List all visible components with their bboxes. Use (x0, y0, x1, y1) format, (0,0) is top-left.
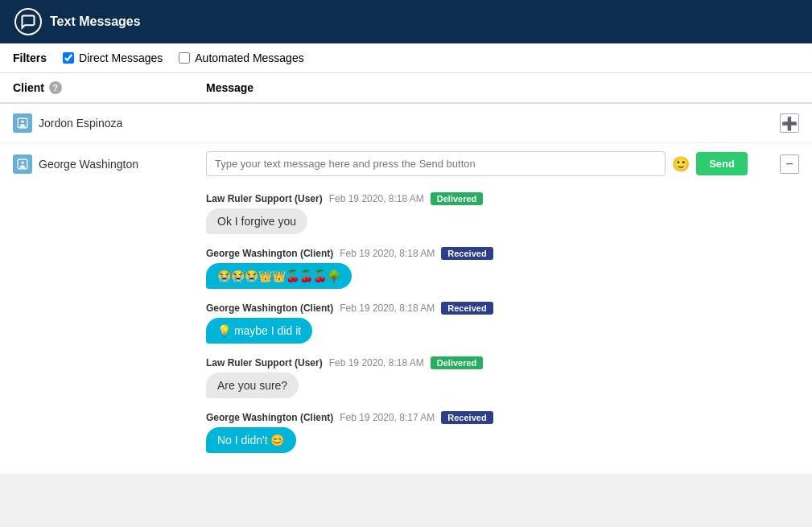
expand-btn-jordon-espinoza[interactable]: ➕ (780, 113, 799, 133)
message-timestamp-1-1: Feb 19 2020, 8:18 AM (340, 248, 435, 259)
message-group-1-1: George Washington (Client) Feb 19 2020, … (206, 247, 799, 289)
message-badge-1-0: Delivered (431, 192, 484, 205)
message-group-1-0: Law Ruler Support (User) Feb 19 2020, 8:… (206, 192, 799, 234)
message-meta-1-0: Law Ruler Support (User) Feb 19 2020, 8:… (206, 192, 799, 205)
message-bubble-1-4: No I didn't 😊 (206, 427, 296, 453)
client-name-cell-george-washington: George Washington (13, 154, 206, 174)
client-avatar-george-washington (13, 154, 32, 174)
app-icon (14, 8, 42, 35)
clients-container: Jordon Espinoza ➕ George Washington 🙂 Se… (0, 104, 812, 475)
message-sender-1-3: Law Ruler Support (User) (206, 357, 323, 368)
message-group-1-4: George Washington (Client) Feb 19 2020, … (206, 411, 799, 453)
help-icon: ? (49, 81, 62, 94)
message-group-1-2: George Washington (Client) Feb 19 2020, … (206, 302, 799, 344)
automated-messages-checkbox[interactable] (179, 52, 190, 64)
client-row-header-jordon-espinoza: Jordon Espinoza ➕ (0, 104, 812, 142)
message-badge-1-3: Delivered (431, 356, 484, 369)
table-header: Client ? Message (0, 73, 812, 104)
client-name-george-washington: George Washington (39, 158, 138, 171)
app-header: Text Messages (0, 0, 812, 43)
message-badge-1-2: Received (441, 302, 493, 315)
message-sender-1-2: George Washington (Client) (206, 303, 333, 314)
message-bubble-1-2: 💡 maybe I did it (206, 318, 312, 344)
filters-label: Filters (13, 51, 47, 64)
message-bubble-1-3: Are you sure? (206, 373, 299, 398)
message-bubble-1-0: Ok I forgive you (206, 208, 307, 234)
svg-point-3 (21, 161, 24, 164)
direct-messages-label: Direct Messages (79, 51, 163, 64)
filter-automated-messages[interactable]: Automated Messages (179, 51, 303, 64)
svg-point-1 (21, 121, 24, 124)
message-sender-1-4: George Washington (Client) (206, 412, 333, 423)
message-timestamp-1-2: Feb 19 2020, 8:18 AM (340, 303, 435, 314)
col-message-label: Message (206, 81, 799, 94)
client-name-cell-jordon-espinoza: Jordon Espinoza (13, 113, 206, 133)
client-row-header-george-washington: George Washington 🙂 Send − (0, 143, 812, 184)
collapse-btn-george-washington[interactable]: − (780, 154, 799, 174)
message-input-area-george-washington: 🙂 Send (206, 151, 780, 176)
message-badge-1-4: Received (441, 411, 493, 424)
message-meta-1-1: George Washington (Client) Feb 19 2020, … (206, 247, 799, 260)
messages-area-george-washington: Law Ruler Support (User) Feb 19 2020, 8:… (0, 184, 812, 474)
message-timestamp-1-4: Feb 19 2020, 8:17 AM (340, 412, 435, 423)
message-meta-1-4: George Washington (Client) Feb 19 2020, … (206, 411, 799, 424)
client-avatar-jordon-espinoza (13, 113, 32, 133)
app-title: Text Messages (50, 14, 141, 29)
client-name-jordon-espinoza: Jordon Espinoza (39, 117, 122, 130)
client-row-george-washington: George Washington 🙂 Send − Law Ruler Sup… (0, 143, 812, 475)
message-sender-1-1: George Washington (Client) (206, 248, 333, 259)
message-meta-1-2: George Washington (Client) Feb 19 2020, … (206, 302, 799, 315)
message-timestamp-1-0: Feb 19 2020, 8:18 AM (329, 193, 424, 204)
filter-direct-messages[interactable]: Direct Messages (63, 51, 163, 64)
automated-messages-label: Automated Messages (195, 51, 303, 64)
emoji-btn-george-washington[interactable]: 🙂 (672, 155, 690, 173)
message-badge-1-1: Received (441, 247, 493, 260)
send-btn-george-washington[interactable]: Send (696, 152, 748, 175)
message-sender-1-0: Law Ruler Support (User) (206, 193, 323, 204)
message-meta-1-3: Law Ruler Support (User) Feb 19 2020, 8:… (206, 356, 799, 369)
message-input-george-washington[interactable] (206, 151, 666, 176)
message-timestamp-1-3: Feb 19 2020, 8:18 AM (329, 357, 424, 368)
direct-messages-checkbox[interactable] (63, 52, 74, 64)
filters-bar: Filters Direct Messages Automated Messag… (0, 43, 812, 73)
message-group-1-3: Law Ruler Support (User) Feb 19 2020, 8:… (206, 356, 799, 398)
message-bubble-1-1: 😭😭😭👑👑🍒🍒🍒🌳 (206, 263, 352, 289)
client-row-jordon-espinoza: Jordon Espinoza ➕ (0, 104, 812, 143)
col-client-label: Client (13, 81, 44, 94)
